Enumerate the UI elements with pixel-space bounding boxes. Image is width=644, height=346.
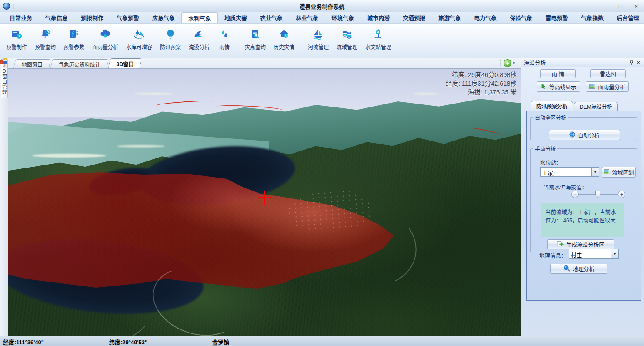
menu-item-urban-flooding[interactable]: 城市内涝 xyxy=(360,12,396,23)
geo-analysis-button[interactable]: 地理分析 xyxy=(550,264,607,274)
menu-item-weather-index[interactable]: 气象指数 xyxy=(574,12,610,23)
cloud-drop-icon xyxy=(98,27,112,41)
geo-info-dropdown-value: 村庄 xyxy=(569,249,611,258)
toolbar-button-reservoir-capacity[interactable]: 水库可增容 xyxy=(122,25,156,57)
tab-3d-window[interactable]: 3D窗口 xyxy=(108,58,142,68)
toolbar-button-flood-plan[interactable]: 防汛预案 xyxy=(156,25,185,57)
station-dropdown-value: 王家厂 xyxy=(541,168,591,176)
close-button[interactable]: × xyxy=(631,2,641,10)
water-highlight xyxy=(32,154,106,158)
status-longitude: 经度:111°36'40" xyxy=(3,338,44,346)
toolbar-separator xyxy=(238,27,238,55)
toolbar-group-warning: 预警制作 预警查询 预警参数 面雨量分析 水库可增容 防汛预案 xyxy=(2,25,235,57)
maximize-button[interactable]: □ xyxy=(616,2,625,10)
hydro-station-icon xyxy=(371,27,385,41)
rain-condition-button[interactable]: 雨 情 xyxy=(540,69,576,78)
panel-close-icon[interactable]: × xyxy=(635,59,642,66)
menu-item-environment-weather[interactable]: 环境气象 xyxy=(325,12,360,23)
menu-item-lightning-warning[interactable]: 雷电预警 xyxy=(539,12,574,23)
tab-weather-history-statistics[interactable]: 气象历史资料统计 xyxy=(50,59,109,68)
elevation-readout: 海拔: 1,376.35 米 xyxy=(446,88,517,97)
toolbar-button-historical-disaster[interactable]: 历史灾情 xyxy=(270,25,298,57)
title-bar: | 澧县业务制作系统 – □ × xyxy=(0,0,644,12)
toolbar-button-rain-condition[interactable]: 雨情 xyxy=(214,25,235,57)
title-separator: | xyxy=(13,3,14,9)
flood-analysis-panel: 淹没分析 × 雨 情 雷达图 等高线显示 面雨量分析 防汛预案分析 DEM淹没分… xyxy=(521,58,644,336)
status-latitude: 纬度:29°49'53" xyxy=(109,338,147,346)
menu-item-forestry-weather[interactable]: 林业气象 xyxy=(289,12,325,23)
chevron-down-icon[interactable]: ▾ xyxy=(591,168,599,176)
status-bar: 经度:111°36'40" 纬度:29°49'53" 金罗镇 xyxy=(0,336,644,346)
toolbar-button-alert-params[interactable]: 预警参数 xyxy=(60,25,88,57)
longitude-readout: 经度: 111度31分42.618秒 xyxy=(446,79,517,88)
menu-item-emergency-weather[interactable]: 应急气象 xyxy=(146,12,181,23)
side-tab-3d-window-management[interactable]: 3D窗口管理 xyxy=(1,59,8,98)
bulb-icon xyxy=(164,27,177,41)
chevron-down-icon[interactable]: ▾ xyxy=(611,249,618,258)
toolbar-button-hydro-station-management[interactable]: 水文站管理 xyxy=(361,25,395,57)
raindrops-icon xyxy=(217,27,231,41)
generate-flood-zone-button[interactable]: 生成淹没分析区 xyxy=(547,239,614,249)
water-level-slider[interactable]: − + xyxy=(571,191,625,198)
menu-item-insurance-weather[interactable]: 保险气象 xyxy=(503,12,539,23)
panel-header: 淹没分析 × xyxy=(521,58,644,67)
geo-info-label: 地理信息： xyxy=(539,251,567,259)
slider-plus-button[interactable]: + xyxy=(618,191,625,198)
pin-icon[interactable] xyxy=(628,59,635,66)
globe-icon xyxy=(569,131,575,139)
menu-item-weather-info[interactable]: 气象信息 xyxy=(39,12,74,23)
water-highlight xyxy=(117,145,165,148)
page-arrow-icon xyxy=(557,241,564,248)
menu-item-geological-disaster[interactable]: 地质灾害 xyxy=(218,12,254,23)
menu-item-traffic-forecast[interactable]: 交通预报 xyxy=(396,12,432,23)
toolbar-group-management: 河流管理 流域管理 水文站管理 xyxy=(304,25,395,57)
sailboat-icon xyxy=(311,27,325,41)
menu-item-forecast-production[interactable]: 预报制作 xyxy=(74,12,110,23)
document-tab-strip: 地图窗口 气象历史资料统计 3D窗口 + ▾ xyxy=(8,58,521,69)
auto-analysis-button[interactable]: 自动分析 xyxy=(549,130,620,140)
area-rainfall-button[interactable]: 面雨量分析 xyxy=(586,81,629,92)
green-cursor-icon xyxy=(541,83,547,91)
menu-item-water-weather[interactable]: 水利气象 xyxy=(181,12,218,23)
bell-search-icon xyxy=(38,27,52,41)
menu-item-tourism-weather[interactable]: 旅游气象 xyxy=(432,12,467,23)
slider-thumb[interactable] xyxy=(595,191,600,198)
status-town-name: 金罗镇 xyxy=(212,338,229,346)
tab-flood-plan-analysis[interactable]: 防汛预案分析 xyxy=(531,101,573,111)
map-3d-viewport[interactable]: 纬度: 29度46分0.898秒 经度: 111度31分42.618秒 海拔: … xyxy=(8,69,521,336)
menu-bar: 日常业务 气象信息 预报制作 气象预警 应急气象 水利气象 地质灾害 农业气象 … xyxy=(0,12,644,24)
left-dock-strip: 3D窗口管理 xyxy=(0,58,8,336)
tab-dem-flood-analysis[interactable]: DEM淹没分析 xyxy=(574,102,618,111)
contour-display-button[interactable]: 等高线显示 xyxy=(537,81,580,92)
toolbar-button-alert-create[interactable]: 预警制作 xyxy=(2,25,31,57)
toolbar-button-river-management[interactable]: 河流管理 xyxy=(304,25,333,57)
menu-item-power-weather[interactable]: 电力气象 xyxy=(467,12,503,23)
water-level-label: 当前水位海拔值： xyxy=(544,183,587,191)
tab-list-dropdown-icon[interactable]: ▾ xyxy=(513,61,515,65)
station-dropdown[interactable]: 王家厂 ▾ xyxy=(540,167,599,177)
toolbar-ribbon: 预警制作 预警查询 预警参数 面雨量分析 水库可增容 防汛预案 xyxy=(0,24,644,58)
toolbar-button-flood-analysis[interactable]: 淹没分析 xyxy=(185,25,214,57)
picture-icon xyxy=(589,84,595,90)
toolbar-button-area-rainfall[interactable]: 面雨量分析 xyxy=(88,25,122,57)
basin-division-button[interactable]: 流域区划 xyxy=(602,167,636,178)
waves-icon xyxy=(340,27,354,41)
ridge-highlight xyxy=(134,93,174,95)
geo-info-dropdown[interactable]: 村庄 ▾ xyxy=(569,249,619,259)
tab-map-window[interactable]: 地图窗口 xyxy=(13,59,51,68)
app-globe-icon xyxy=(3,3,10,10)
toolbar-separator xyxy=(301,27,301,55)
slider-minus-button[interactable]: − xyxy=(571,191,579,198)
blue-sphere-magnifier-icon xyxy=(563,265,570,273)
toolbar-button-alert-query[interactable]: 预警查询 xyxy=(31,25,60,57)
toolbar-button-basin-management[interactable]: 流域管理 xyxy=(333,25,361,57)
minimize-button[interactable]: – xyxy=(600,2,610,10)
radar-chart-button[interactable]: 雷达图 xyxy=(590,69,626,78)
menu-item-weather-warning[interactable]: 气象预警 xyxy=(110,12,146,23)
panel-tab-bar: 防汛预案分析 DEM淹没分析 xyxy=(521,101,644,111)
menu-item-agriculture-weather[interactable]: 农业气象 xyxy=(254,12,289,23)
add-tab-button[interactable]: + xyxy=(504,59,511,67)
menu-item-backend-management[interactable]: 后台管理 xyxy=(610,12,644,23)
toolbar-button-disaster-point-query[interactable]: 灾点查询 xyxy=(241,25,270,57)
menu-item-daily-business[interactable]: 日常业务 xyxy=(3,12,39,23)
